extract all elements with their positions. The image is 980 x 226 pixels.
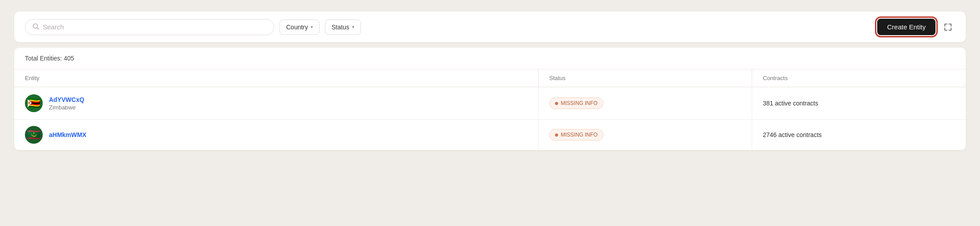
status-text-0: MISSING INFO [561,100,598,106]
svg-line-1 [37,28,39,29]
toolbar-card: Country ▾ Status ▾ Create Entity [14,12,966,42]
entity-cell-1: 🇲🇷 aHMkmWMX [14,120,539,150]
avatar-0: 🇿🇼 [25,94,43,112]
contracts-cell-0: 381 active contracts [752,87,966,119]
search-icon [32,23,39,31]
fullscreen-button[interactable] [941,20,955,34]
status-cell-0: MISSING INFO [539,87,752,119]
entity-info-1: 🇲🇷 aHMkmWMX [25,126,86,144]
country-filter-button[interactable]: Country ▾ [279,20,320,35]
entity-country-0: Zimbabwe [49,104,84,111]
contracts-text-1: 2746 active contracts [763,131,822,138]
status-dot-1 [555,133,558,137]
page-wrapper: Country ▾ Status ▾ Create Entity Total E… [7,7,973,155]
entity-cell-0: 🇿🇼 AdYVWCxQ Zimbabwe [14,87,539,119]
flag-icon-1: 🇲🇷 [27,129,40,140]
status-badge-0: MISSING INFO [549,97,603,109]
search-container [25,19,274,35]
table-row: 🇿🇼 AdYVWCxQ Zimbabwe MISSING INFO 381 ac… [14,87,966,120]
search-input-wrapper [25,19,274,35]
search-input[interactable] [43,23,267,31]
main-card: Total Entities: 405 Entity Status Contra… [14,48,966,150]
status-dot-0 [555,102,558,105]
entity-info-0: 🇿🇼 AdYVWCxQ Zimbabwe [25,94,84,112]
country-chevron-icon: ▾ [311,24,313,29]
header-entity: Entity [14,69,539,87]
status-filter-button[interactable]: Status ▾ [325,20,361,35]
status-badge-1: MISSING INFO [549,129,603,141]
total-entities-text: Total Entities: 405 [25,55,74,62]
total-entities-summary: Total Entities: 405 [14,48,966,69]
entity-name-0[interactable]: AdYVWCxQ [49,96,84,103]
avatar-1: 🇲🇷 [25,126,43,144]
table-header: Entity Status Contracts [14,69,966,87]
create-entity-button[interactable]: Create Entity [877,19,935,35]
contracts-cell-1: 2746 active contracts [752,120,966,150]
header-status: Status [539,69,752,87]
entity-name-1[interactable]: aHMkmWMX [49,131,86,138]
contracts-text-0: 381 active contracts [763,100,818,107]
country-filter-label: Country [286,24,308,31]
status-cell-1: MISSING INFO [539,120,752,150]
entity-text-0: AdYVWCxQ Zimbabwe [49,96,84,111]
create-entity-label: Create Entity [887,23,926,31]
fullscreen-icon [944,23,952,32]
header-contracts: Contracts [752,69,966,87]
flag-icon-0: 🇿🇼 [27,98,40,109]
entity-text-1: aHMkmWMX [49,131,86,138]
table-row: 🇲🇷 aHMkmWMX MISSING INFO 2746 active con… [14,120,966,150]
status-filter-label: Status [332,24,349,31]
status-chevron-icon: ▾ [352,24,354,29]
status-text-1: MISSING INFO [561,132,598,138]
